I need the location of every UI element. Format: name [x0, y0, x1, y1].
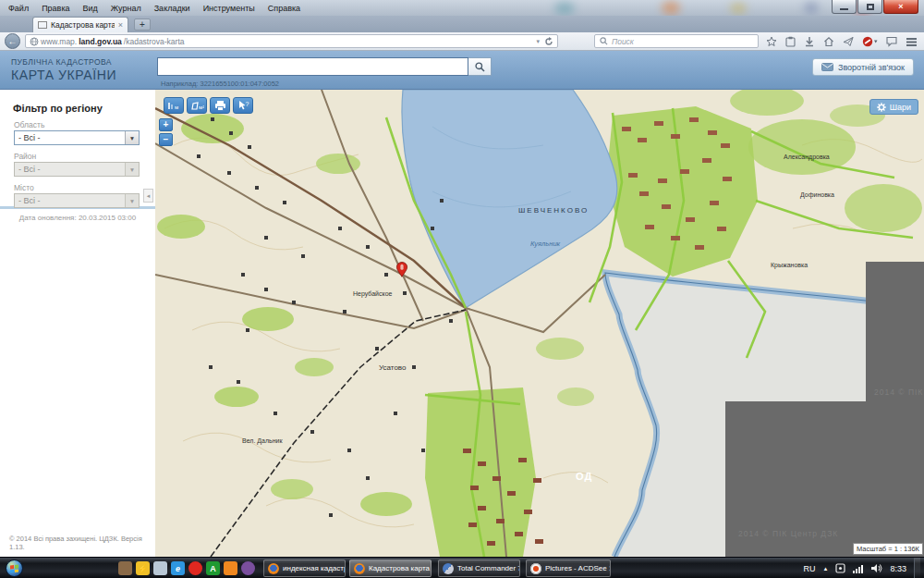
- browser-search-field[interactable]: Поиск: [594, 34, 759, 48]
- maximize-icon: [867, 4, 874, 10]
- raion-select[interactable]: - Всі - ▼: [14, 162, 140, 177]
- taskbar-window-title: Pictures - ACDSee 10...: [545, 564, 611, 572]
- url-path: /kadastrova-karta: [124, 37, 185, 46]
- region-filter-panel: Фільтр по регіону Область - Всі - ▼ Райо…: [0, 90, 155, 209]
- menu-help[interactable]: Справка: [261, 2, 307, 15]
- url-bar[interactable]: www.map.land.gov.ua/kadastrova-karta ▾: [25, 34, 558, 48]
- winamp-icon[interactable]: ⚡: [136, 561, 150, 575]
- tab-close-icon[interactable]: ×: [118, 20, 123, 30]
- chevron-down-icon[interactable]: ▼: [125, 131, 139, 144]
- map-viewport[interactable]: ШЕВЧЕНКОВО Куяльник Нерубайское Усатово …: [155, 90, 924, 557]
- downloads-icon[interactable]: [804, 36, 815, 47]
- logo-line1: ПУБЛІЧНА КАДАСТРОВА: [11, 57, 116, 67]
- misto-select[interactable]: - Всі - ▼: [14, 193, 140, 208]
- urlbar-dropdown-icon[interactable]: ▾: [536, 38, 540, 45]
- yandex-browser-icon[interactable]: [188, 561, 202, 575]
- chat-bubble-icon[interactable]: [886, 36, 897, 47]
- explorer-icon[interactable]: [118, 561, 132, 575]
- menu-history[interactable]: Журнал: [104, 2, 148, 15]
- sidebar-collapse-button[interactable]: ◂: [143, 189, 153, 203]
- map-label-usatove: Усатово: [379, 363, 406, 372]
- location-pin-icon[interactable]: [395, 262, 408, 277]
- taskbar-window-kadastrova-karta[interactable]: Кадастрова карта - ...: [349, 560, 432, 577]
- chevron-left-icon: ◂: [147, 192, 151, 199]
- acdsee-icon: [530, 563, 541, 574]
- menu-edit[interactable]: Правка: [35, 2, 76, 15]
- map-label-dalnyk: Вел. Дальник: [242, 437, 283, 444]
- site-logo[interactable]: ПУБЛІЧНА КАДАСТРОВА КАРТА УКРАЇНИ: [11, 57, 116, 82]
- menu-items: Файл Правка Вид Журнал Закладки Инструме…: [2, 0, 307, 16]
- print-button[interactable]: [210, 97, 230, 114]
- feedback-button[interactable]: Зворотній зв'язок: [812, 58, 914, 76]
- taskbar-window-acdsee[interactable]: Pictures - ACDSee 10...: [526, 560, 611, 577]
- raion-value: - Всі -: [15, 165, 125, 174]
- notes-icon[interactable]: [153, 561, 167, 575]
- menu-bookmarks[interactable]: Закладки: [148, 2, 197, 15]
- globe-icon: [30, 37, 39, 46]
- menu-file[interactable]: Файл: [2, 2, 35, 15]
- measure-distance-button[interactable]: м: [164, 97, 184, 114]
- misto-value: - Всі -: [15, 196, 125, 205]
- taskbar-window-title: Total Commander 7....: [457, 564, 520, 572]
- tab-title: Кадастрова карта: [51, 20, 115, 30]
- volume-icon[interactable]: [871, 563, 882, 573]
- map-label-oleksandrivka: Александровка: [784, 154, 830, 160]
- close-icon: ×: [898, 2, 903, 11]
- map-label-shevchenkovo: ШЕВЧЕНКОВО: [518, 206, 589, 215]
- layers-label: Шари: [890, 103, 911, 112]
- system-tray: RU ▲ 8:33: [804, 558, 924, 578]
- taskbar-window-indexed-map[interactable]: индексная кадастро...: [263, 560, 346, 577]
- reload-icon[interactable]: [544, 37, 553, 46]
- app-orange-icon[interactable]: [224, 561, 237, 575]
- menu-view[interactable]: Вид: [77, 2, 104, 15]
- close-button[interactable]: ×: [883, 0, 918, 14]
- clock[interactable]: 8:33: [890, 564, 906, 573]
- oblast-select[interactable]: - Всі - ▼: [14, 130, 140, 145]
- minimize-button[interactable]: [832, 0, 857, 14]
- zoom-out-button[interactable]: −: [159, 133, 173, 146]
- identify-button[interactable]: ?: [233, 97, 253, 114]
- search-icon: [475, 62, 485, 72]
- network-signal-icon[interactable]: [853, 564, 864, 573]
- window-controls: ×: [832, 0, 918, 14]
- glass-blur-blob: [554, 2, 575, 15]
- site-header: ПУБЛІЧНА КАДАСТРОВА КАРТА УКРАЇНИ Наприк…: [0, 51, 924, 90]
- tray-app-icon[interactable]: [835, 563, 845, 573]
- polygon-area-icon: м²: [190, 101, 204, 111]
- firefox-icon: [354, 563, 365, 574]
- bookmark-star-icon[interactable]: [766, 36, 777, 47]
- zoom-in-button[interactable]: +: [159, 118, 173, 131]
- gear-icon: [877, 103, 886, 112]
- svg-text:?: ?: [245, 101, 249, 107]
- abbyy-icon[interactable]: A: [206, 561, 220, 575]
- browser-navbar: ← www.map.land.gov.ua/kadastrova-karta ▾…: [0, 32, 924, 51]
- measure-area-button[interactable]: м²: [187, 97, 207, 114]
- tray-expand-icon[interactable]: ▲: [823, 566, 829, 572]
- start-button[interactable]: [6, 560, 23, 577]
- back-button[interactable]: ←: [5, 33, 20, 49]
- clipboard-icon[interactable]: [785, 36, 796, 47]
- cadastral-search-input[interactable]: [157, 57, 468, 76]
- new-tab-button[interactable]: +: [134, 18, 151, 31]
- share-plane-icon[interactable]: [843, 36, 854, 47]
- hamburger-menu-icon[interactable]: [906, 37, 918, 47]
- windows-logo-icon: [10, 564, 18, 572]
- taskbar-window-total-commander[interactable]: Total Commander 7....: [438, 560, 520, 577]
- search-icon: [600, 37, 608, 45]
- cadastral-search-button[interactable]: [468, 57, 492, 76]
- viber-icon[interactable]: [241, 561, 255, 575]
- minimize-icon: [840, 8, 848, 10]
- layers-button[interactable]: Шари: [869, 99, 918, 115]
- menu-tools[interactable]: Инструменты: [197, 2, 261, 15]
- internet-explorer-icon[interactable]: e: [171, 561, 185, 575]
- tab-kadastrova-karta[interactable]: Кадастрова карта ×: [32, 17, 128, 32]
- taskbar-window-title: индексная кадастро...: [283, 564, 346, 572]
- adblock-icon[interactable]: [862, 36, 878, 47]
- glass-blur-blob: [662, 1, 680, 15]
- ukraine-flag-favicon: [38, 21, 47, 29]
- home-icon[interactable]: [823, 36, 834, 47]
- maximize-button[interactable]: [857, 0, 882, 14]
- show-desktop-button[interactable]: [914, 558, 920, 578]
- tile-watermark: 2014 © ПІК Центр ДЗК: [738, 529, 838, 538]
- language-indicator[interactable]: RU: [804, 564, 816, 573]
